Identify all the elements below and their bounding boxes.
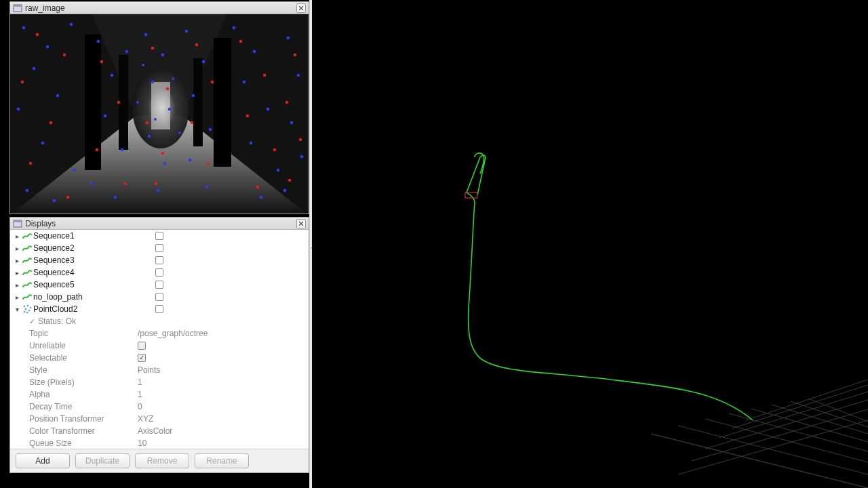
expand-icon[interactable]: ▸ (13, 293, 21, 301)
property-row[interactable]: Topic/pose_graph/octree (10, 327, 309, 340)
remove-button[interactable]: Remove (135, 453, 189, 468)
svg-point-19 (41, 142, 45, 145)
svg-point-77 (191, 121, 194, 125)
svg-point-46 (267, 108, 270, 111)
svg-point-92 (30, 307, 32, 309)
svg-line-101 (732, 385, 868, 428)
svg-rect-1 (14, 5, 22, 7)
svg-point-22 (53, 199, 56, 203)
path-label: Sequence1 (33, 231, 155, 241)
property-row[interactable]: Unreliable (10, 340, 309, 352)
tree-item-path[interactable]: ▸Sequence5 (10, 279, 309, 291)
svg-point-73 (161, 152, 165, 155)
displays-titlebar[interactable]: Displays (10, 218, 309, 230)
svg-point-83 (256, 186, 260, 189)
raw-image-panel: raw_image (9, 1, 309, 214)
svg-point-20 (73, 169, 77, 172)
svg-point-74 (155, 182, 158, 186)
tree-item-path[interactable]: ▸Sequence1 (10, 230, 309, 242)
property-label: Position Transformer (29, 414, 138, 424)
svg-point-25 (125, 50, 129, 54)
tree-item-path[interactable]: ▸no_loop_path (10, 291, 309, 303)
svg-point-50 (287, 37, 290, 40)
property-row[interactable]: Size (Pixels)1 (10, 376, 309, 388)
checkbox[interactable] (155, 256, 163, 264)
checkbox[interactable] (155, 244, 163, 252)
property-row[interactable]: Color TransformerAxisColor (10, 425, 309, 437)
svg-point-82 (273, 148, 277, 152)
raw-image-titlebar[interactable]: raw_image (10, 2, 309, 14)
svg-point-17 (17, 108, 20, 111)
checkbox[interactable] (155, 293, 163, 301)
checkbox[interactable] (155, 305, 163, 313)
svg-line-108 (772, 405, 868, 434)
svg-point-57 (154, 118, 157, 121)
property-row[interactable]: Queue Size10 (10, 437, 309, 449)
close-icon[interactable] (296, 3, 306, 13)
expand-icon[interactable]: ▸ (13, 281, 21, 289)
tree-item-path[interactable]: ▸Sequence4 (10, 266, 309, 279)
displays-tree[interactable]: ▸Sequence1▸Sequence2▸Sequence3▸Sequence4… (10, 230, 309, 449)
svg-point-61 (63, 54, 66, 57)
tree-item-pointcloud[interactable]: ▾PointCloud2 (10, 303, 309, 315)
svg-point-41 (189, 159, 192, 162)
raw-image-title: raw_image (25, 3, 296, 13)
svg-point-81 (246, 115, 250, 118)
path-label: no_loop_path (33, 292, 155, 302)
property-label: Topic (29, 329, 138, 338)
duplicate-button[interactable]: Duplicate (75, 453, 130, 468)
tree-item-path[interactable]: ▸Sequence2 (10, 242, 309, 254)
svg-point-66 (100, 60, 104, 64)
expand-icon[interactable]: ▸ (13, 245, 21, 252)
property-row[interactable]: Decay Time0 (10, 401, 309, 413)
property-value: 1 (138, 390, 142, 399)
path-icon (21, 257, 33, 264)
expand-icon[interactable]: ▸ (13, 257, 21, 264)
svg-point-69 (124, 182, 127, 186)
pointcloud-icon (21, 304, 33, 314)
svg-point-79 (239, 40, 243, 43)
displays-title: Displays (25, 219, 296, 228)
svg-point-29 (114, 196, 117, 199)
property-label: Unreliable (29, 341, 138, 350)
checkbox[interactable] (155, 281, 163, 289)
svg-point-15 (70, 23, 73, 26)
checkbox[interactable] (155, 268, 163, 277)
property-row[interactable]: StylePoints (10, 364, 309, 376)
property-label: Color Transformer (29, 426, 138, 436)
property-row[interactable]: Selectable (10, 352, 309, 364)
svg-point-70 (151, 47, 155, 50)
svg-point-13 (22, 26, 26, 30)
expand-icon[interactable]: ▸ (13, 232, 21, 240)
svg-point-85 (285, 101, 289, 104)
svg-point-37 (185, 30, 189, 33)
path-icon (21, 232, 33, 239)
property-row[interactable]: Position TransformerXYZ (10, 413, 309, 425)
svg-point-28 (90, 182, 94, 186)
property-row[interactable]: Alpha1 (10, 388, 309, 401)
path-icon (21, 281, 33, 288)
add-button[interactable]: Add (16, 453, 70, 468)
svg-point-27 (121, 148, 124, 152)
collapse-icon[interactable]: ▾ (13, 306, 21, 313)
property-value: 0 (138, 402, 142, 411)
close-icon[interactable] (296, 219, 306, 228)
svg-point-72 (146, 121, 149, 125)
property-value: 10 (138, 439, 146, 448)
expand-icon[interactable]: ▸ (13, 269, 21, 277)
displays-panel: Displays ▸Sequence1▸Sequence2▸Sequence3▸… (9, 217, 309, 473)
svg-rect-9 (214, 38, 231, 167)
pointcloud-label: PointCloud2 (33, 304, 155, 314)
checkbox (138, 354, 146, 362)
svg-line-104 (678, 426, 868, 474)
3d-view[interactable] (312, 0, 868, 488)
svg-point-56 (172, 77, 174, 80)
svg-point-40 (209, 128, 212, 131)
tree-item-path[interactable]: ▸Sequence3 (10, 254, 309, 266)
path-label: Sequence4 (33, 268, 155, 277)
svg-point-36 (157, 189, 160, 192)
rename-button[interactable]: Rename (195, 453, 249, 468)
svg-point-63 (50, 121, 53, 125)
checkbox[interactable] (155, 232, 163, 240)
raw-image-view (10, 14, 309, 214)
